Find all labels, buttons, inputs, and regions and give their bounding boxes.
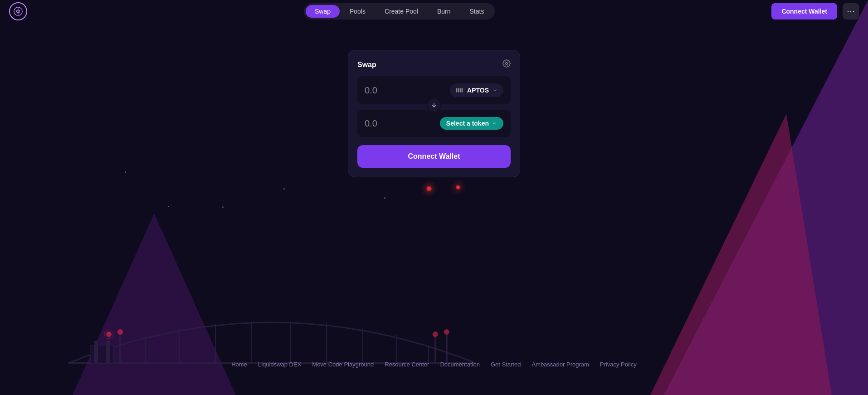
header-connect-wallet-button[interactable]: Connect Wallet	[771, 3, 837, 20]
header-right: Connect Wallet ⋯	[771, 3, 859, 20]
logo-icon	[13, 6, 23, 16]
settings-icon[interactable]	[502, 59, 511, 70]
footer-link-ambassador[interactable]: Ambassador Program	[532, 361, 589, 368]
svg-point-12	[106, 332, 112, 337]
svg-rect-22	[106, 341, 110, 363]
footer-link-docs[interactable]: Documentation	[440, 361, 479, 368]
orb-2	[456, 185, 460, 190]
to-token-label: Select a token	[446, 120, 489, 127]
swap-card-header: Swap	[357, 59, 511, 70]
footer-link-privacy[interactable]: Privacy Policy	[600, 361, 637, 368]
logo[interactable]	[9, 2, 27, 20]
svg-point-25	[506, 63, 508, 65]
svg-rect-28	[460, 88, 462, 93]
aptos-icon	[455, 86, 463, 94]
nav-burn[interactable]: Burn	[428, 5, 460, 18]
svg-rect-26	[456, 88, 458, 93]
swap-card: Swap APTOS	[348, 50, 520, 177]
from-token-selector[interactable]: APTOS	[450, 83, 503, 97]
dot-2	[222, 206, 224, 208]
to-token-box: Select a token	[357, 110, 511, 137]
swap-arrow-icon	[431, 102, 437, 108]
main-nav: Swap Pools Create Pool Burn Stats	[304, 3, 495, 20]
dot-4	[283, 188, 285, 190]
svg-point-19	[444, 329, 449, 335]
svg-rect-20	[91, 345, 113, 363]
dot-1	[168, 206, 169, 207]
swap-card-title: Swap	[357, 61, 376, 69]
footer: Home Liquidswap DEX Move Code Playground…	[0, 361, 868, 368]
nav-pools[interactable]: Pools	[341, 5, 375, 18]
svg-rect-27	[458, 88, 459, 93]
chevron-down-icon-to	[492, 121, 497, 126]
main-content: Swap APTOS	[0, 23, 868, 177]
footer-link-resource[interactable]: Resource Center	[385, 361, 429, 368]
svg-rect-29	[462, 88, 463, 93]
footer-link-dex[interactable]: Liquidswap DEX	[258, 361, 301, 368]
svg-point-17	[433, 332, 438, 337]
from-token-label: APTOS	[467, 87, 489, 94]
nav-create-pool[interactable]: Create Pool	[375, 5, 427, 18]
svg-rect-21	[94, 341, 98, 363]
from-amount-input[interactable]	[365, 85, 437, 96]
footer-link-playground[interactable]: Move Code Playground	[312, 361, 374, 368]
more-options-button[interactable]: ⋯	[843, 3, 859, 20]
svg-point-15	[117, 329, 123, 335]
footer-link-home[interactable]: Home	[231, 361, 247, 368]
bridge-illustration	[45, 245, 499, 372]
nav-swap[interactable]: Swap	[306, 5, 340, 18]
chevron-down-icon	[493, 88, 498, 93]
header: Swap Pools Create Pool Burn Stats Connec…	[0, 0, 868, 23]
orb-1	[426, 186, 432, 191]
more-icon: ⋯	[847, 6, 855, 16]
swap-direction-button[interactable]	[427, 98, 441, 112]
footer-link-get-started[interactable]: Get Started	[491, 361, 521, 368]
to-amount-input[interactable]	[365, 118, 437, 129]
to-token-selector[interactable]: Select a token	[440, 117, 503, 130]
swap-connect-wallet-button[interactable]: Connect Wallet	[357, 145, 511, 168]
nav-stats[interactable]: Stats	[461, 5, 493, 18]
dot-5	[384, 197, 385, 199]
